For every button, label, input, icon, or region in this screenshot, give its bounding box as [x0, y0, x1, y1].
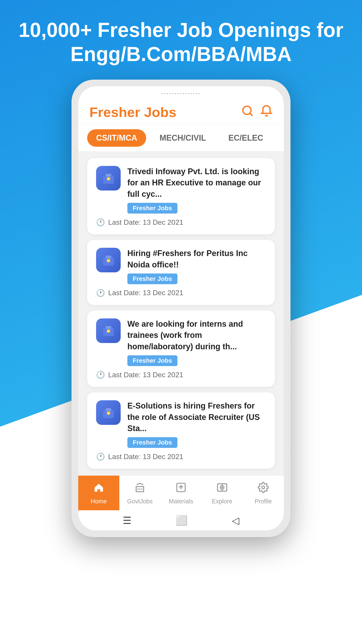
tab-mb[interactable]: MB	[277, 129, 284, 147]
job-title-1: Trivedi Infoway Pvt. Ltd. is looking for…	[127, 166, 266, 200]
tabs-bar: CS/IT/MCA MECH/CIVIL EC/ELEC MB	[78, 125, 284, 152]
job-title-4: E-Solutions is hiring Freshers for the r…	[127, 400, 266, 434]
job-info-2: Hiring #Freshers for Peritus Inc Noida o…	[127, 248, 266, 284]
nav-materials[interactable]: Materials	[160, 476, 202, 510]
phone-device: ............... Fresher Jobs	[71, 80, 291, 537]
nav-home[interactable]: Home	[78, 476, 119, 510]
nav-explore[interactable]: Explore	[202, 476, 243, 510]
job-card-3[interactable]: We are looking for interns and trainees …	[87, 310, 275, 387]
job-tag-1: Fresher Jobs	[127, 203, 177, 214]
job-date-2: 🕐 Last Date: 13 Dec 2021	[96, 289, 266, 297]
job-icon-3	[96, 318, 121, 343]
svg-point-4	[107, 177, 110, 180]
job-date-1: 🕐 Last Date: 13 Dec 2021	[96, 218, 266, 226]
govtjobs-icon	[134, 482, 145, 496]
job-card-4[interactable]: E-Solutions is hiring Freshers for the r…	[87, 392, 275, 469]
android-home-btn[interactable]: ⬜	[175, 514, 188, 526]
job-icon-4	[96, 400, 121, 425]
status-dots: ...............	[161, 88, 201, 96]
tab-cs-it-mca[interactable]: CS/IT/MCA	[87, 129, 146, 147]
job-date-3: 🕐 Last Date: 13 Dec 2021	[96, 370, 266, 379]
header-icons	[241, 105, 273, 120]
nav-materials-label: Materials	[169, 498, 193, 505]
svg-point-21	[262, 486, 265, 489]
status-bar: ...............	[78, 86, 284, 98]
android-nav-bar: ☰ ⬜ ◁	[78, 510, 284, 530]
job-tag-2: Fresher Jobs	[127, 274, 177, 284]
job-info-4: E-Solutions is hiring Freshers for the r…	[127, 400, 266, 448]
clock-icon-1: 🕐	[96, 218, 105, 226]
job-card-1[interactable]: Trivedi Infoway Pvt. Ltd. is looking for…	[87, 158, 275, 234]
jobs-list: Trivedi Infoway Pvt. Ltd. is looking for…	[78, 152, 284, 476]
job-info-1: Trivedi Infoway Pvt. Ltd. is looking for…	[127, 166, 266, 214]
notification-icon[interactable]	[260, 105, 273, 120]
profile-icon	[258, 482, 269, 496]
explore-icon	[217, 482, 228, 496]
svg-rect-3	[106, 174, 111, 176]
nav-home-label: Home	[91, 498, 107, 505]
app-header: Fresher Jobs	[78, 98, 284, 125]
home-icon	[93, 482, 104, 496]
job-tag-3: Fresher Jobs	[127, 355, 177, 366]
job-icon-2	[96, 248, 121, 272]
svg-point-7	[107, 259, 110, 262]
job-tag-4: Fresher Jobs	[127, 437, 177, 448]
page-header: 10,000+ Fresher Job Openings for Engg/B.…	[0, 0, 362, 80]
page-headline: 10,000+ Fresher Job Openings for Engg/B.…	[18, 18, 344, 66]
clock-icon-2: 🕐	[96, 289, 105, 297]
nav-profile[interactable]: Profile	[243, 476, 284, 510]
bottom-nav: Home GovtJobs Materials	[78, 476, 284, 510]
clock-icon-3: 🕐	[96, 370, 105, 379]
svg-line-1	[250, 113, 252, 116]
job-icon-1	[96, 166, 121, 190]
job-date-4: 🕐 Last Date: 13 Dec 2021	[96, 452, 266, 461]
nav-profile-label: Profile	[255, 498, 272, 505]
materials-icon	[175, 482, 187, 496]
clock-icon-4: 🕐	[96, 452, 105, 461]
job-info-3: We are looking for interns and trainees …	[127, 318, 266, 366]
tab-ec-elec[interactable]: EC/ELEC	[219, 129, 272, 147]
svg-rect-6	[106, 256, 111, 258]
svg-point-18	[222, 487, 223, 488]
search-icon[interactable]	[241, 105, 254, 120]
nav-govtjobs[interactable]: GovtJobs	[119, 476, 160, 510]
svg-point-13	[107, 411, 110, 415]
nav-govtjobs-label: GovtJobs	[127, 498, 153, 505]
job-title-3: We are looking for interns and trainees …	[127, 318, 266, 352]
tab-mech-civil[interactable]: MECH/CIVIL	[151, 129, 215, 147]
svg-point-10	[107, 330, 110, 333]
phone-screen: ............... Fresher Jobs	[78, 86, 284, 530]
svg-rect-9	[106, 326, 111, 329]
job-title-2: Hiring #Freshers for Peritus Inc Noida o…	[127, 248, 266, 270]
android-menu-btn[interactable]: ☰	[123, 515, 131, 526]
nav-explore-label: Explore	[212, 498, 232, 505]
job-card-2[interactable]: Hiring #Freshers for Peritus Inc Noida o…	[87, 240, 275, 305]
svg-rect-12	[106, 408, 111, 411]
app-title: Fresher Jobs	[89, 104, 176, 120]
android-back-btn[interactable]: ◁	[232, 515, 239, 526]
